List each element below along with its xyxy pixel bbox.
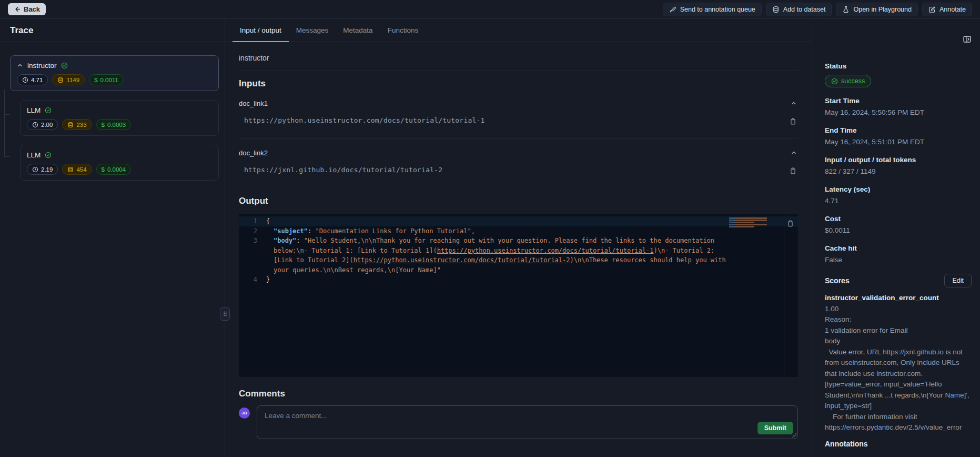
- back-label: Back: [24, 5, 40, 13]
- trace-node-instructor[interactable]: instructor4.711149$0.0011: [10, 55, 219, 91]
- topbar: Back Send to annotation queueAdd to data…: [0, 0, 980, 19]
- panel-resize-grip-icon[interactable]: [220, 307, 230, 321]
- score-value: 1.00: [825, 304, 972, 315]
- scores-header: Scores Edit: [825, 274, 972, 287]
- topbar-action-annotate[interactable]: Annotate: [922, 3, 972, 16]
- collapse-sidebar-button[interactable]: [962, 34, 973, 45]
- code-token: }: [266, 276, 270, 283]
- check-circle-icon: [831, 78, 838, 85]
- observation-title: instructor: [239, 54, 798, 62]
- topbar-action-open-in-playground[interactable]: Open in Playground: [836, 3, 918, 16]
- line-number: 3: [239, 236, 266, 275]
- observation-detail: Input / outputMessagesMetadataFunctions …: [225, 19, 812, 457]
- sidebar-field-input-output-total-tokens: Input / output / total tokens822 / 327 /…: [825, 156, 972, 177]
- details-sidebar: StatussuccessStart TimeMay 16, 2024, 5:5…: [812, 19, 980, 457]
- tokens-value: 1149: [66, 77, 79, 83]
- collapse-chevron-up-icon[interactable]: [17, 62, 23, 68]
- back-button[interactable]: Back: [8, 3, 46, 15]
- cost-badge: $0.0011: [89, 74, 124, 85]
- annotate-icon: [928, 6, 936, 13]
- comments-heading: Comments: [239, 389, 798, 399]
- submit-comment-button[interactable]: Submit: [757, 422, 793, 434]
- trace-panel: Trace instructor4.711149$0.0011LLM2.0023…: [0, 19, 225, 457]
- annotations-heading: Annotations: [825, 440, 972, 448]
- trace-node-metrics: 4.711149$0.0011: [17, 74, 212, 85]
- tokens-icon: [57, 77, 64, 83]
- clipboard-icon: [786, 220, 794, 227]
- field-value: 4.71: [825, 197, 972, 206]
- clock-icon: [32, 122, 38, 128]
- sidebar-field-end-time: End TimeMay 16, 2024, 5:51:01 PM EDT: [825, 126, 972, 147]
- latency-value: 2.00: [41, 122, 53, 128]
- sidebar-fields: StatussuccessStart TimeMay 16, 2024, 5:5…: [825, 62, 972, 265]
- trace-node-llm[interactable]: LLM2.00233$0.0003: [20, 100, 219, 136]
- annotation-queue-icon: [669, 6, 676, 13]
- cost-value: 0.0011: [100, 77, 118, 83]
- tokens-badge: 233: [62, 119, 92, 130]
- copy-value-button[interactable]: [788, 166, 798, 176]
- trace-node-llm[interactable]: LLM2.19454$0.0004: [20, 145, 219, 181]
- score-reason-text: 1 validation error for Email body Value …: [825, 325, 972, 433]
- status-check-circle-icon: [45, 107, 52, 114]
- chevron-up-icon: [791, 150, 797, 156]
- tab-input-output[interactable]: Input / output: [233, 19, 289, 42]
- inputs-section: doc_link1https://python.useinstructor.co…: [239, 97, 798, 187]
- tab-functions[interactable]: Functions: [380, 19, 426, 42]
- field-value: May 16, 2024, 5:50:56 PM EDT: [825, 108, 972, 118]
- tokens-badge: 454: [62, 164, 92, 175]
- code-line: 2"subject": "Documentation Links for Pyt…: [239, 226, 798, 236]
- minimap-line: [729, 226, 782, 227]
- trace-node-header: LLM: [27, 150, 212, 160]
- collapse-section-button[interactable]: [790, 148, 798, 157]
- line-content: {: [266, 216, 798, 226]
- comment-box: Submit: [257, 405, 798, 439]
- comment-input[interactable]: [257, 406, 797, 439]
- line-number: 2: [239, 226, 266, 236]
- field-label: End Time: [825, 126, 972, 136]
- panel-right-icon: [963, 35, 972, 44]
- output-heading: Output: [239, 196, 798, 206]
- collapse-section-button[interactable]: [790, 99, 798, 107]
- trace-node-metrics: 2.00233$0.0003: [27, 119, 212, 130]
- code-token: https://python.useinstructor.com/docs/tu…: [353, 256, 570, 264]
- tokens-icon: [67, 166, 74, 173]
- input-value-text: https://python.useinstructor.com/docs/tu…: [244, 116, 485, 124]
- field-label: Cost: [825, 215, 972, 224]
- cost-badge: $0.0004: [96, 164, 132, 175]
- code-token: :: [308, 227, 315, 235]
- field-label: Start Time: [825, 97, 972, 106]
- status-badge: success: [825, 75, 871, 87]
- tab-metadata[interactable]: Metadata: [336, 19, 380, 42]
- edit-scores-button[interactable]: Edit: [944, 274, 972, 287]
- output-code-block: 1{2"subject": "Documentation Links for P…: [239, 214, 798, 377]
- code-token: {: [266, 217, 270, 225]
- dollar-icon: $: [102, 166, 105, 173]
- tab-bar: Input / outputMessagesMetadataFunctions: [225, 19, 812, 42]
- resize-handle[interactable]: [792, 433, 796, 438]
- minimap-line: [729, 222, 782, 223]
- code-scrollbar-track[interactable]: [784, 214, 784, 377]
- status-check-circle-icon: [45, 152, 52, 158]
- status-check-circle-icon: [61, 62, 68, 69]
- code-token: :: [296, 237, 304, 244]
- topbar-action-send-to-annotation-queue[interactable]: Send to annotation queue: [663, 3, 762, 16]
- topbar-action-add-to-dataset[interactable]: Add to dataset: [766, 3, 832, 16]
- input-value-row: https://python.useinstructor.com/docs/tu…: [239, 116, 798, 138]
- clipboard-icon: [789, 167, 797, 175]
- copy-value-button[interactable]: [788, 116, 798, 126]
- tab-messages[interactable]: Messages: [289, 19, 336, 42]
- trace-node-header: LLM: [27, 105, 212, 115]
- trace-node-name: instructor: [27, 62, 57, 69]
- clock-icon: [22, 77, 28, 83]
- trace-node-name: LLM: [27, 106, 41, 114]
- line-content: "subject": "Documentation Links for Pyth…: [266, 226, 798, 236]
- clock-icon: [32, 166, 38, 173]
- trace-node-header: instructor: [17, 61, 212, 70]
- score-entries: instructor_validation_error_count1.00Rea…: [825, 293, 972, 433]
- field-label: Latency (sec): [825, 185, 972, 195]
- input-value-text: https://jxnl.github.io/docs/tutorial/tut…: [244, 166, 442, 174]
- copy-output-button[interactable]: [785, 218, 795, 228]
- comment-row: JB Submit: [239, 405, 798, 439]
- tree-connector-stub: [4, 156, 10, 157]
- code-line: 3"body": "Hello Student,\n\nThank you fo…: [239, 236, 798, 275]
